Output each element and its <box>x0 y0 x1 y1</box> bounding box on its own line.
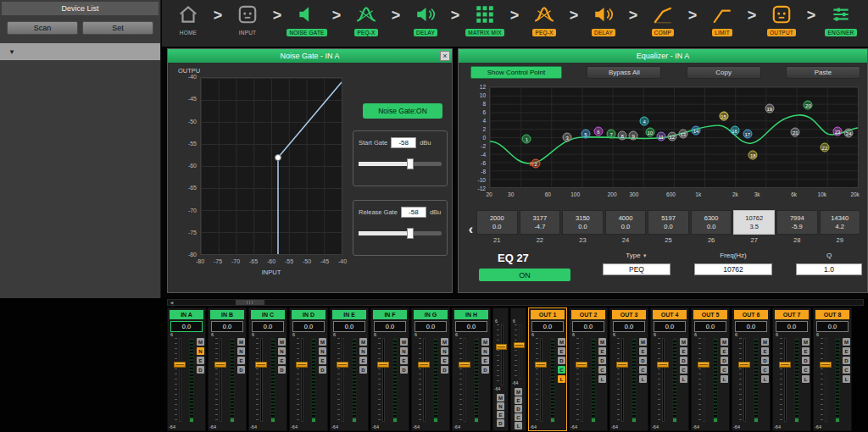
fader-track[interactable] <box>621 338 624 422</box>
channel-button-c[interactable]: C <box>802 366 810 374</box>
channel-button-c[interactable]: C <box>761 366 769 374</box>
fader-handle[interactable] <box>738 362 750 368</box>
channel-button-n[interactable]: N <box>319 347 326 355</box>
channel-button-m[interactable]: M <box>843 338 850 346</box>
channel-fader[interactable]: 6-64 <box>413 332 431 429</box>
channel-button-l[interactable]: L <box>802 375 810 383</box>
fader-handle[interactable] <box>337 362 348 368</box>
channel-button-l[interactable]: L <box>761 375 769 383</box>
channel-gain-value[interactable]: 0.0 <box>531 321 564 332</box>
eq-control-point-16[interactable]: 16 <box>730 125 739 135</box>
channel-strip-in-d[interactable]: IN D0.06-64MNED <box>289 307 328 431</box>
channel-button-d[interactable]: D <box>680 357 687 364</box>
eq-control-point-13[interactable]: 13 <box>678 130 687 139</box>
channel-button-e[interactable]: E <box>497 411 504 418</box>
channel-button-m[interactable]: M <box>558 338 565 346</box>
channel-gain-value[interactable]: 0.0 <box>776 321 808 332</box>
channel-button-e[interactable]: E <box>598 347 606 355</box>
channel-strip-out-5[interactable]: OUT 50.06-64MEDCL <box>691 307 730 431</box>
release-gate-value[interactable]: -58 <box>401 207 426 218</box>
channel-gain-value[interactable]: 0.0 <box>735 321 767 332</box>
channel-button-n[interactable]: N <box>441 347 448 355</box>
channel-button-n[interactable]: N <box>197 347 204 355</box>
eq-control-point-10[interactable]: 10 <box>645 128 654 137</box>
channel-button-d[interactable]: D <box>319 366 326 374</box>
fader-handle[interactable] <box>255 362 267 368</box>
channel-button-e[interactable]: E <box>237 357 245 364</box>
eq-band-25[interactable]: 51970.025 <box>648 210 689 249</box>
channel-fader[interactable]: 6-64 <box>693 332 711 429</box>
channel-button-d[interactable]: D <box>197 366 204 374</box>
fader-track[interactable] <box>220 338 222 422</box>
channel-button-n[interactable]: N <box>497 402 504 410</box>
channel-button-d[interactable]: D <box>761 357 769 364</box>
fader-handle[interactable] <box>496 344 507 350</box>
eq-control-point-18[interactable]: 18 <box>748 151 758 160</box>
toolbar-item-limit[interactable]: LIMIT <box>698 2 747 36</box>
channel-button-d[interactable]: D <box>639 357 647 364</box>
fader-track[interactable] <box>423 338 426 422</box>
channel-fader[interactable]: 6-64 <box>291 332 309 429</box>
channel-strip-in-g[interactable]: IN G0.06-64MNED <box>411 307 450 431</box>
channel-button-e[interactable]: E <box>843 347 850 355</box>
channel-strip-in-e[interactable]: IN E0.06-64MNED <box>330 307 369 431</box>
channel-button-e[interactable]: E <box>400 357 408 364</box>
fader-handle[interactable] <box>698 362 709 368</box>
fader-track[interactable] <box>260 338 263 422</box>
eq-band-box[interactable]: 63000.0 <box>691 210 732 235</box>
eq-control-point-21[interactable]: 21 <box>791 128 800 137</box>
channel-gain-value[interactable]: 0.0 <box>292 321 325 332</box>
channel-strip-in-c[interactable]: IN C0.06-64MNED <box>248 307 287 431</box>
fader-handle[interactable] <box>820 362 832 368</box>
release-gate-slider-thumb[interactable] <box>407 228 414 239</box>
channel-button-e[interactable]: E <box>319 357 326 364</box>
channel-gain-value[interactable]: 0.0 <box>333 321 365 332</box>
channel-button-e[interactable]: E <box>761 347 769 355</box>
channel-fader[interactable]: 6-64 <box>372 332 391 429</box>
channel-fader[interactable]: 6-64 <box>331 332 350 429</box>
channel-strip-out-7[interactable]: OUT 70.06-64MEDCL <box>772 307 811 431</box>
start-gate-value[interactable]: -58 <box>391 137 416 148</box>
fader-handle[interactable] <box>377 362 389 368</box>
channel-button-n[interactable]: N <box>359 347 367 355</box>
fader-track[interactable] <box>743 338 746 422</box>
channel-button-n[interactable]: N <box>400 347 408 355</box>
channel-strip-out-6[interactable]: OUT 60.06-64MEDCL <box>732 307 771 431</box>
fader-handle[interactable] <box>616 362 628 368</box>
channel-button-c[interactable]: C <box>721 366 728 374</box>
channel-button-d[interactable]: D <box>802 357 810 364</box>
eq-control-point-20[interactable]: 20 <box>804 101 813 110</box>
channel-gain-value[interactable]: 0.0 <box>374 321 406 332</box>
channel-button-c[interactable]: C <box>598 366 606 374</box>
scroll-left-arrow-icon[interactable]: ◀ <box>168 300 175 305</box>
channel-button-l[interactable]: L <box>558 375 565 383</box>
eq-band-box[interactable]: 31500.0 <box>562 210 604 235</box>
channel-strip-out-2[interactable]: OUT 20.06-64MEDCL <box>569 307 608 431</box>
eq-control-point-12[interactable]: 12 <box>667 131 676 141</box>
channel-button-e[interactable]: E <box>802 347 810 355</box>
toolbar-item-enginer[interactable]: ENGINER <box>816 2 865 36</box>
fader-handle[interactable] <box>657 362 669 368</box>
master-strip-1[interactable]: 6-64MNED <box>492 307 509 431</box>
eq-band-28[interactable]: 7994-5.928 <box>776 210 818 249</box>
eq-band-22[interactable]: 3177-4.722 <box>520 210 561 249</box>
channel-button-m[interactable]: M <box>400 338 408 346</box>
channel-fader[interactable]: 6-64 <box>733 332 752 429</box>
channel-fader[interactable]: 6-64 <box>611 332 630 429</box>
master-fader[interactable]: 6-64 <box>512 324 525 379</box>
channel-fader[interactable]: 6-64 <box>209 332 228 429</box>
eq-band-21[interactable]: 20000.021 <box>476 210 518 249</box>
channel-button-d[interactable]: D <box>237 366 245 374</box>
channel-button-c[interactable]: C <box>843 366 850 374</box>
close-icon[interactable]: × <box>440 51 450 61</box>
toolbar-item-delay[interactable]: DELAY <box>401 2 450 36</box>
eq-q-input[interactable]: 1.0 <box>796 263 862 275</box>
channel-gain-value[interactable]: 0.0 <box>170 321 203 332</box>
channel-strip-in-f[interactable]: IN F0.06-64MNED <box>370 307 409 431</box>
eq-band-24[interactable]: 40000.024 <box>605 210 647 249</box>
eq-band-29[interactable]: 143404.229 <box>820 210 861 249</box>
eq-on-button[interactable]: ON <box>479 269 570 281</box>
toolbar-item-peq-x[interactable]: PEQ-X <box>342 2 391 36</box>
eq-control-point-15[interactable]: 15 <box>719 112 728 121</box>
channel-gain-value[interactable]: 0.0 <box>572 321 604 332</box>
